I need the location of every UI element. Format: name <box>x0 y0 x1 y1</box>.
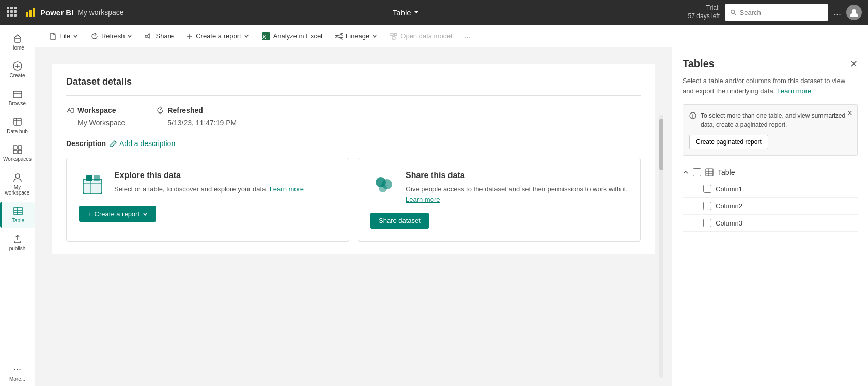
sidebar-item-more[interactable]: ··· More... <box>0 360 35 386</box>
apps-icon[interactable] <box>6 6 17 19</box>
datahub-icon <box>12 117 23 127</box>
svg-rect-9 <box>26 12 28 17</box>
create-report-btn[interactable]: Create a report <box>181 29 254 43</box>
chevron-up-icon[interactable] <box>683 169 689 175</box>
share-learn-more[interactable]: Learn more <box>406 196 440 203</box>
refreshed-label: Refreshed <box>156 106 237 115</box>
column1-checkbox[interactable] <box>703 185 711 193</box>
share-data-icon <box>370 171 397 198</box>
panel-learn-more[interactable]: Learn more <box>777 87 811 95</box>
trial-info: Trial: 57 days left <box>688 4 720 20</box>
explore-icon <box>79 171 106 198</box>
sidebar-publish-label: publish <box>9 246 26 251</box>
share-desc: Give people access to the dataset and se… <box>406 184 628 204</box>
share-card: Share this data Give people access to th… <box>358 158 641 242</box>
lineage-icon <box>335 32 343 40</box>
search-box[interactable] <box>725 4 828 21</box>
home-icon <box>12 33 23 43</box>
share-dataset-btn[interactable]: Share dataset <box>370 213 429 229</box>
sidebar-item-publish[interactable]: publish <box>0 230 35 255</box>
svg-rect-0 <box>7 7 9 9</box>
sidebar-workspaces-label: Workspaces <box>3 156 32 162</box>
create-icon <box>12 61 23 71</box>
analyze-excel-btn[interactable]: X Analyze in Excel <box>256 28 328 44</box>
refresh-btn[interactable]: Refresh <box>85 29 138 43</box>
topbar-more-btn[interactable]: ... <box>833 7 841 18</box>
column3-checkbox[interactable] <box>703 219 711 227</box>
svg-rect-27 <box>18 150 22 154</box>
open-data-model-btn[interactable]: Open data model <box>384 29 457 43</box>
svg-rect-2 <box>14 7 17 9</box>
sidebar-item-workspaces[interactable]: Workspaces <box>0 140 35 166</box>
sidebar-item-create[interactable]: Create <box>0 57 35 83</box>
table-name: Table <box>718 168 735 176</box>
workspace-label[interactable]: My workspace <box>78 8 123 17</box>
refreshed-value: 5/13/23, 11:47:19 PM <box>156 119 237 127</box>
svg-rect-11 <box>33 8 35 17</box>
svg-rect-45 <box>394 33 397 36</box>
close-panel-btn[interactable]: ✕ <box>850 58 858 70</box>
column2-name: Column2 <box>716 202 742 210</box>
sidebar-create-label: Create <box>9 73 25 78</box>
info-box-text: To select more than one table, and view … <box>701 111 851 130</box>
sidebar-item-table[interactable]: Table <box>0 202 35 228</box>
dataset-title: Dataset details <box>66 76 641 96</box>
right-panel: Tables ✕ Select a table and/or columns f… <box>672 47 868 386</box>
file-icon <box>49 32 57 40</box>
page-content: Dataset details Workspace My Workspace <box>35 47 868 386</box>
description-label: Description <box>66 139 106 148</box>
svg-point-41 <box>341 37 343 39</box>
toolbar-more-btn[interactable]: ... <box>459 29 475 43</box>
svg-point-14 <box>852 9 856 13</box>
svg-rect-7 <box>10 14 13 17</box>
myworkspace-icon <box>12 172 23 183</box>
create-paginated-btn[interactable]: Create paginated report <box>689 135 768 149</box>
info-icon <box>689 112 696 119</box>
column2-checkbox[interactable] <box>703 202 711 210</box>
sidebar-item-browse[interactable]: Browse <box>0 85 35 110</box>
info-box-close-btn[interactable]: ✕ <box>847 109 853 117</box>
add-description-btn[interactable]: Add a description <box>110 139 175 148</box>
lineage-btn[interactable]: Lineage <box>330 29 382 43</box>
chevron-create-icon <box>244 34 249 39</box>
svg-rect-5 <box>14 10 17 13</box>
brand: Power BI My workspace <box>25 7 124 18</box>
share-btn[interactable]: Share <box>140 29 179 43</box>
create-report-card-btn[interactable]: + Create a report <box>79 206 156 222</box>
top-bar: Power BI My workspace Table Trial: 57 da… <box>0 0 868 25</box>
svg-line-43 <box>337 37 341 38</box>
workspaces-icon <box>12 144 23 155</box>
search-input[interactable] <box>740 9 823 17</box>
avatar[interactable] <box>846 5 862 20</box>
sidebar-more-label: More... <box>9 376 25 382</box>
sidebar: Home Create Browse Data hub Workspaces <box>0 25 35 386</box>
top-bar-right: Trial: 57 days left ... <box>688 4 862 21</box>
info-box: To select more than one table, and view … <box>683 104 858 156</box>
plus-icon <box>186 33 193 40</box>
sidebar-item-myworkspace[interactable]: My workspace <box>0 168 35 200</box>
svg-line-42 <box>337 35 341 36</box>
explore-title: Explore this data <box>114 171 336 180</box>
workspace-section: Workspace My Workspace <box>66 106 125 127</box>
svg-rect-44 <box>391 33 393 36</box>
explore-learn-more[interactable]: Learn more <box>270 185 304 193</box>
table-checkbox[interactable] <box>693 168 701 176</box>
svg-point-12 <box>731 10 735 14</box>
svg-rect-34 <box>145 35 147 37</box>
svg-rect-26 <box>13 150 17 154</box>
description-row: Description Add a description <box>66 139 641 148</box>
svg-rect-8 <box>14 14 17 17</box>
svg-rect-3 <box>7 10 9 13</box>
edit-icon <box>110 140 117 147</box>
svg-rect-1 <box>10 7 13 9</box>
svg-rect-29 <box>14 207 22 215</box>
file-btn[interactable]: File <box>43 29 83 43</box>
content-area: File Refresh Share Create a r <box>35 25 868 386</box>
explore-card: Explore this data Select or a table, to … <box>66 158 349 242</box>
svg-point-39 <box>335 35 337 37</box>
sidebar-item-home[interactable]: Home <box>0 29 35 55</box>
table-dropdown-btn[interactable]: Table <box>393 8 420 17</box>
chevron-refresh-icon <box>127 34 132 39</box>
sidebar-item-datahub[interactable]: Data hub <box>0 112 35 138</box>
table-selector[interactable]: Table <box>130 8 682 17</box>
